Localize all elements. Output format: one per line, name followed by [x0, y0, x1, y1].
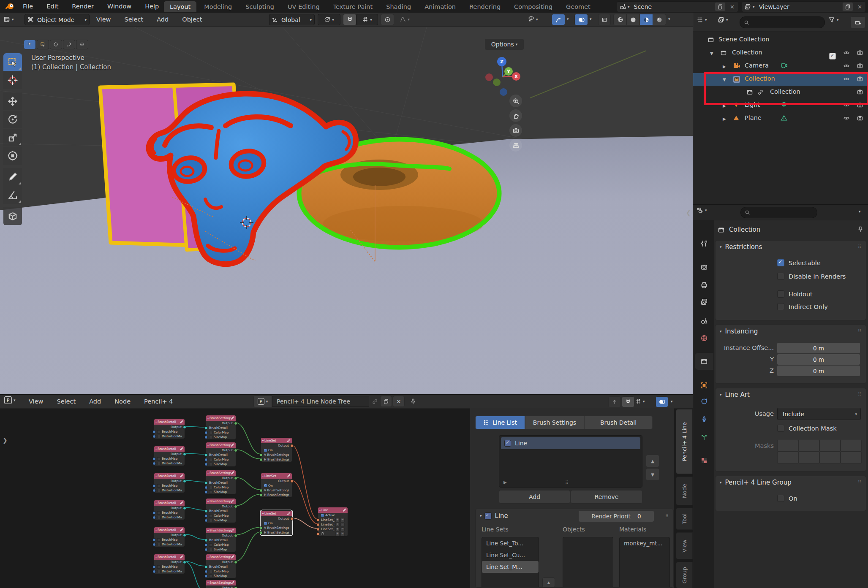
- node-header[interactable]: ▾BrushSettings: [206, 528, 236, 533]
- eye-icon[interactable]: [843, 115, 850, 122]
- node-lineset-ls2[interactable]: ▾LineSetOutputOnV BrushSettingsH BrushSe…: [261, 473, 292, 498]
- remove-icon[interactable]: −: [340, 518, 345, 522]
- properties-tab-scene[interactable]: [695, 313, 713, 330]
- workspace-tab-compositing[interactable]: Compositing: [508, 1, 558, 12]
- add-icon[interactable]: +: [335, 532, 340, 536]
- output-socket[interactable]: [234, 477, 237, 480]
- workspace-tab-sculpting[interactable]: Sculpting: [239, 1, 280, 12]
- input-socket[interactable]: [204, 570, 208, 573]
- instance-offset-value[interactable]: 0 m: [777, 343, 860, 353]
- workspace-tab-rendering[interactable]: Rendering: [463, 1, 506, 12]
- outliner-item-label[interactable]: Plane: [745, 114, 762, 121]
- gizmo-axis-x[interactable]: X: [512, 72, 520, 81]
- mode-dropdown[interactable]: Object Mode ▾: [24, 14, 90, 25]
- socket-checkbox[interactable]: [157, 457, 161, 461]
- sidebar-collapse-arrow[interactable]: ❮: [686, 209, 691, 216]
- node-lineset-ls1[interactable]: ▾LineSetOutputOnV BrushSettingsH BrushSe…: [261, 437, 292, 462]
- input-socket[interactable]: [152, 538, 156, 542]
- camera-toggle-icon[interactable]: [857, 49, 863, 56]
- socket-checkbox[interactable]: [209, 519, 212, 522]
- node-brushdetail-bd5[interactable]: ▾BrushDetailOutputBrushMapDistortionMap: [154, 527, 185, 547]
- input-socket[interactable]: [152, 457, 156, 461]
- output-socket[interactable]: [290, 444, 294, 447]
- node-brushsettings-bs4[interactable]: ▾BrushSettingsOutputBrushDetailColorMapS…: [206, 498, 236, 523]
- collapse-icon[interactable]: ▾: [207, 529, 209, 532]
- indirect-only-checkbox[interactable]: [777, 303, 784, 310]
- node-brushdetail-bd6[interactable]: ▾BrushDetailOutputBrushMapDistortionMap: [154, 554, 185, 574]
- outliner-search-input[interactable]: [740, 16, 825, 28]
- node-header[interactable]: ▾Line: [318, 507, 348, 513]
- orientation-dropdown[interactable]: Global ▾: [269, 14, 315, 25]
- mask-cell[interactable]: [798, 452, 819, 463]
- tool-scale[interactable]: [3, 129, 22, 146]
- panel-header[interactable]: ▾ Pencil+ 4 Line Group ⠿: [716, 476, 866, 489]
- collapse-icon[interactable]: ▾: [319, 509, 321, 512]
- input-socket[interactable]: [152, 511, 156, 515]
- collapse-icon[interactable]: ▼: [710, 51, 713, 56]
- socket-checkbox[interactable]: [209, 514, 212, 518]
- workspace-tab-geomet[interactable]: Geomet: [560, 1, 596, 12]
- visibility-checkbox[interactable]: [829, 53, 836, 60]
- input-socket[interactable]: [259, 531, 263, 534]
- gizmo-axis-y-neg[interactable]: [493, 79, 501, 86]
- socket-checkbox[interactable]: [209, 431, 212, 434]
- properties-tab-texture[interactable]: [695, 452, 713, 469]
- node-header[interactable]: ▾BrushSettings: [206, 580, 236, 585]
- show-gizmo-button[interactable]: [552, 14, 565, 25]
- vertical-tab-group[interactable]: Group: [676, 562, 693, 588]
- options-button[interactable]: Options ▾: [485, 39, 524, 50]
- node-header[interactable]: ▾BrushDetail: [154, 473, 185, 479]
- output-socket[interactable]: [290, 480, 294, 483]
- pin-icon[interactable]: [857, 226, 864, 233]
- add-icon[interactable]: +: [335, 527, 340, 531]
- node-brushsettings-bs1[interactable]: ▾BrushSettingsOutputBrushDetailColorMapS…: [206, 415, 236, 440]
- input-socket[interactable]: [152, 543, 156, 546]
- breadcrumb-label[interactable]: Collection: [729, 226, 760, 233]
- output-socket[interactable]: [234, 586, 237, 588]
- input-socket[interactable]: [204, 458, 208, 461]
- node-brushdetail-bd4[interactable]: ▾BrushDetailOutputBrushMapDistortionMap: [154, 500, 185, 520]
- viewport-menu-add[interactable]: Add: [155, 15, 170, 24]
- properties-tab-physics[interactable]: [695, 393, 713, 410]
- grip-icon[interactable]: ⠿: [858, 392, 862, 397]
- copy-icon[interactable]: [380, 396, 392, 407]
- socket-checkbox[interactable]: [209, 574, 212, 578]
- collapse-icon[interactable]: ▾: [155, 528, 157, 531]
- topbar-menu-edit[interactable]: Edit: [45, 2, 60, 11]
- properties-tab-collection[interactable]: [695, 353, 713, 370]
- line-set-item[interactable]: Line Set_M...: [482, 561, 539, 573]
- close-icon[interactable]: ✕: [857, 4, 862, 10]
- eye-icon[interactable]: [843, 49, 850, 56]
- tool-rotate[interactable]: [3, 111, 22, 128]
- panel-header[interactable]: ▾ Instancing ⠿: [716, 325, 866, 338]
- gizmo-axis-y[interactable]: Y: [504, 67, 513, 76]
- node-header[interactable]: ▾BrushDetail: [154, 500, 185, 506]
- camera-toggle-icon[interactable]: [857, 62, 863, 69]
- node-header[interactable]: ▾BrushDetail: [154, 527, 185, 533]
- restriction-indirect-only[interactable]: Indirect Only: [777, 303, 828, 310]
- sidebar-tab-line-list[interactable]: Line List: [475, 416, 525, 429]
- close-icon[interactable]: ✕: [730, 4, 735, 10]
- expand-icon[interactable]: ▶: [503, 480, 507, 485]
- collapse-icon[interactable]: ▾: [207, 417, 209, 420]
- falloff-dropdown[interactable]: ▾: [395, 14, 415, 24]
- input-socket[interactable]: [204, 509, 208, 513]
- collection-mask-checkbox[interactable]: [777, 425, 784, 432]
- editor-type-button[interactable]: P ▾: [4, 396, 16, 404]
- collapse-icon[interactable]: ▾: [207, 444, 209, 447]
- node-header[interactable]: ▾BrushDetail: [154, 554, 185, 560]
- node-header[interactable]: ▾BrushDetail: [154, 446, 185, 452]
- list-materials[interactable]: monkey_mt...: [619, 537, 670, 588]
- move-down-button[interactable]: ▼: [646, 468, 659, 481]
- node-header[interactable]: ▾BrushSettings: [206, 442, 236, 448]
- output-socket[interactable]: [183, 507, 186, 510]
- input-socket[interactable]: [152, 435, 156, 438]
- outliner-row-collection-1[interactable]: ▼Collection: [693, 47, 868, 60]
- topbar-menu-window[interactable]: Window: [106, 2, 133, 11]
- input-socket[interactable]: [152, 462, 156, 465]
- tree-type-button[interactable]: P ▾: [253, 396, 272, 407]
- socket-checkbox[interactable]: [209, 486, 212, 489]
- node-snap-toggle[interactable]: [622, 396, 634, 407]
- chevron-down-icon[interactable]: ▾: [859, 209, 861, 214]
- collapse-icon[interactable]: ▾: [207, 471, 209, 474]
